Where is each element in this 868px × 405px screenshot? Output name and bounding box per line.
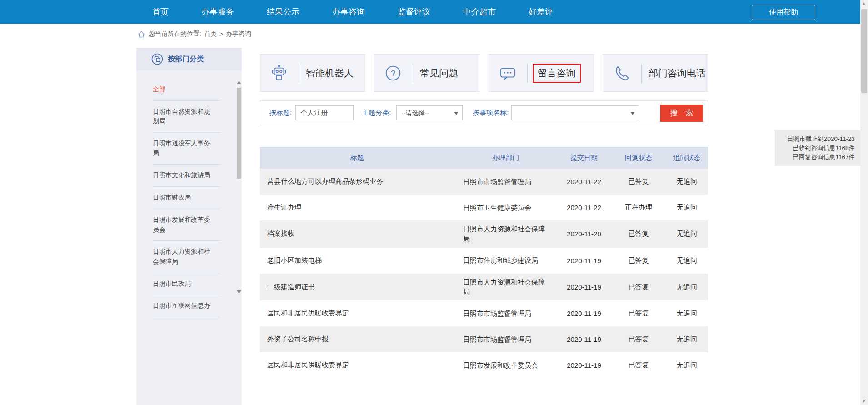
- browser-scrollbar[interactable]: [860, 0, 868, 405]
- tab-divider: [299, 64, 299, 83]
- consult-tabs: 智能机器人 ? 常见问题 留言咨询: [260, 54, 708, 92]
- message-icon: [499, 65, 516, 82]
- search-button[interactable]: 搜 索: [660, 105, 703, 122]
- title-search-input[interactable]: [295, 105, 354, 120]
- sidebar-scroll-down-icon[interactable]: [237, 290, 241, 294]
- tab-label-department-phone: 部门咨询电话: [649, 67, 706, 80]
- table-row[interactable]: 居民和非居民供暖收费界定 日照市市场监督管理局 2020-11-19 已答复 无…: [260, 300, 708, 326]
- consultation-table: 标题 办理部门 提交日期 回复状态 追问状态 莒县什么地方可以办理商品条形码业务…: [260, 147, 708, 378]
- topic-select[interactable]: --请选择--: [396, 105, 463, 120]
- sidebar-item-development-reform[interactable]: 日照市发展和改革委员会: [153, 209, 221, 241]
- item-name-select[interactable]: [511, 105, 639, 120]
- department-sidebar: 按部门分类 全部 日照市自然资源和规划局 日照市退役军人事务局 日照市文化和旅游…: [136, 48, 242, 405]
- header-department: 办理部门: [454, 154, 557, 162]
- table-row[interactable]: 二级建造师证书 日照市人力资源和社会保障局 2020-11-19 已答复 无追问: [260, 274, 708, 301]
- cell-department: 日照市住房和城乡建设局: [454, 252, 557, 269]
- header-title: 标题: [260, 154, 454, 162]
- tab-smart-robot[interactable]: 智能机器人: [260, 54, 365, 92]
- cell-title[interactable]: 准生证办理: [260, 203, 454, 212]
- sidebar-item-culture-tourism[interactable]: 日照市文化和旅游局: [153, 165, 221, 187]
- cell-date: 2020-11-22: [557, 178, 611, 185]
- cell-department: 日照市市场监督管理局: [454, 331, 557, 348]
- nav-item-consult[interactable]: 办事咨询: [332, 6, 365, 17]
- table-row[interactable]: 老旧小区加装电梯 日照市住房和城乡建设局 2020-11-19 已答复 无追问: [260, 248, 708, 274]
- cell-date: 2020-11-19: [557, 310, 611, 317]
- sidebar-item-all[interactable]: 全部: [153, 79, 221, 101]
- cell-title[interactable]: 档案接收: [260, 230, 454, 238]
- nav-item-home[interactable]: 首页: [152, 6, 169, 17]
- nav-item-agency-market[interactable]: 中介超市: [463, 6, 496, 17]
- top-navbar: 首页 办事服务 结果公示 办事咨询 监督评议 中介超市 好差评 使用帮助: [0, 0, 860, 24]
- cell-department: 日照市发展和改革委员会: [454, 357, 557, 374]
- breadcrumb-separator: >: [219, 30, 223, 38]
- cell-date: 2020-11-20: [557, 230, 611, 238]
- cell-title[interactable]: 居民和非居民供暖收费界定: [260, 361, 454, 370]
- scrollbar-thumb[interactable]: [861, 9, 867, 93]
- phone-icon: [613, 65, 630, 82]
- sidebar-item-internet-info[interactable]: 日照市互联网信息办: [153, 295, 221, 317]
- nav-item-rating[interactable]: 好差评: [529, 6, 553, 17]
- cell-title[interactable]: 二级建造师证书: [260, 283, 454, 291]
- sidebar-item-natural-resources[interactable]: 日照市自然资源和规划局: [153, 101, 221, 133]
- header-reply-status: 回复状态: [611, 154, 666, 162]
- nav-item-services[interactable]: 办事服务: [201, 6, 234, 17]
- sidebar-item-civil-affairs[interactable]: 日照市民政局: [153, 273, 221, 295]
- sidebar-item-human-resources[interactable]: 日照市人力资源和社会保障局: [153, 241, 221, 273]
- sidebar-scrollbar-thumb[interactable]: [237, 88, 241, 179]
- header-followup-status: 追问状态: [666, 154, 708, 162]
- tab-department-phone[interactable]: 部门咨询电话: [603, 54, 708, 92]
- cell-followup-status: 无追问: [666, 309, 708, 318]
- stats-line-replied: 已回复咨询信息1167件: [780, 153, 855, 162]
- nav-item-results[interactable]: 结果公示: [267, 6, 299, 17]
- cell-followup-status: 无追问: [666, 230, 708, 238]
- question-icon: ?: [384, 65, 402, 82]
- scroll-down-icon[interactable]: [862, 400, 866, 403]
- title-filter-label: 按标题:: [269, 109, 292, 117]
- tab-divider: [527, 64, 528, 83]
- scroll-up-icon[interactable]: [862, 2, 866, 5]
- cell-date: 2020-11-19: [557, 257, 611, 265]
- help-button[interactable]: 使用帮助: [752, 5, 815, 20]
- table-row[interactable]: 居民和非居民供暖收费界定 日照市发展和改革委员会 2020-11-19 已答复 …: [260, 352, 708, 378]
- table-row[interactable]: 准生证办理 日照市卫生健康委员会 2020-11-22 正在办理 无追问: [260, 195, 708, 220]
- tab-faq[interactable]: ? 常见问题: [374, 54, 479, 92]
- sidebar-item-veterans[interactable]: 日照市退役军人事务局: [153, 133, 221, 165]
- search-bar: 按标题: 主题分类: --请选择-- 按事项名称: 搜 索: [260, 100, 708, 125]
- cell-reply-status: 已答复: [611, 309, 666, 318]
- topic-filter-label: 主题分类:: [362, 109, 391, 117]
- cell-followup-status: 无追问: [666, 203, 708, 212]
- home-icon: [138, 31, 145, 38]
- cell-followup-status: 无追问: [666, 283, 708, 291]
- svg-text:?: ?: [391, 68, 396, 78]
- cell-title[interactable]: 外资子公司名称申报: [260, 335, 454, 344]
- cell-title[interactable]: 居民和非居民供暖收费界定: [260, 309, 454, 318]
- sidebar-scroll-up-icon[interactable]: [237, 81, 241, 84]
- nav-menu: 首页 办事服务 结果公示 办事咨询 监督评议 中介超市 好差评: [152, 0, 553, 24]
- tab-message-consult[interactable]: 留言咨询: [489, 54, 594, 92]
- cell-reply-status: 已答复: [611, 256, 666, 265]
- stats-line-received: 已收到咨询信息1168件: [780, 144, 855, 153]
- breadcrumb: 您当前所在的位置: 首页 > 办事咨询: [0, 24, 860, 45]
- cell-reply-status: 已答复: [611, 230, 666, 238]
- cell-department: 日照市卫生健康委员会: [454, 199, 557, 216]
- breadcrumb-home-link[interactable]: 首页: [204, 30, 217, 38]
- cell-date: 2020-11-22: [557, 204, 611, 211]
- sidebar-item-finance[interactable]: 日照市财政局: [153, 187, 221, 209]
- table-row[interactable]: 莒县什么地方可以办理商品条形码业务 日照市市场监督管理局 2020-11-22 …: [260, 169, 708, 195]
- nav-item-supervision[interactable]: 监督评议: [398, 6, 430, 17]
- cell-department: 日照市人力资源和社会保障局: [454, 220, 557, 248]
- topic-select-value: --请选择--: [401, 109, 429, 117]
- cell-reply-status: 已答复: [611, 283, 666, 291]
- cell-title[interactable]: 莒县什么地方可以办理商品条形码业务: [260, 177, 454, 186]
- page: 首页 办事服务 结果公示 办事咨询 监督评议 中介超市 好差评 使用帮助 您当前…: [0, 0, 868, 405]
- header-submit-date: 提交日期: [557, 154, 611, 162]
- stats-line-date: 日照市截止到2020-11-23: [780, 135, 855, 144]
- main-content: 智能机器人 ? 常见问题 留言咨询: [260, 54, 708, 378]
- table-row[interactable]: 外资子公司名称申报 日照市市场监督管理局 2020-11-19 已答复 无追问: [260, 326, 708, 352]
- table-row[interactable]: 档案接收 日照市人力资源和社会保障局 2020-11-20 已答复 无追问: [260, 220, 708, 248]
- tab-divider: [413, 64, 413, 83]
- cell-title[interactable]: 老旧小区加装电梯: [260, 256, 454, 265]
- cell-reply-status: 已答复: [611, 361, 666, 370]
- chevron-down-icon: [631, 112, 634, 115]
- table-header-row: 标题 办理部门 提交日期 回复状态 追问状态: [260, 147, 708, 169]
